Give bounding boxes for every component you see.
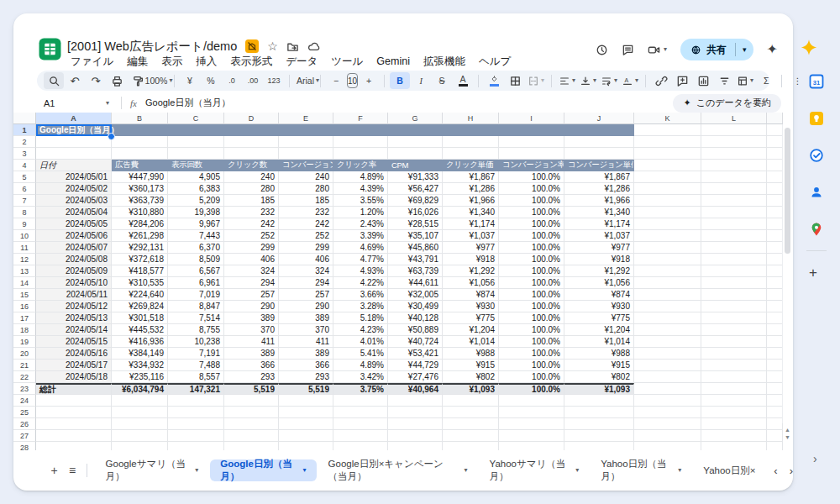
cell-r14c10[interactable] [634,277,701,289]
cell-r21c7[interactable]: ¥915 [443,360,499,371]
cell-r12c11[interactable] [701,254,767,265]
cell-r13c11[interactable] [701,265,767,277]
version-history-icon[interactable] [596,44,608,56]
increase-font-size-button[interactable]: + [359,72,379,89]
row-header-5[interactable]: 5 [13,171,36,183]
cell-r4c7[interactable]: クリック単価 [443,160,499,171]
vertical-scroll-thumb[interactable] [785,128,790,254]
cell-r10c5[interactable]: 3.39% [333,230,388,242]
row-header-20[interactable]: 20 [13,348,36,360]
cell-r15c3[interactable]: 257 [224,289,279,301]
cell-r14c0[interactable]: 2024/05/10 [36,277,112,289]
cell-r22c11[interactable] [701,371,767,383]
cell-r24c9[interactable] [564,395,634,407]
cell-r8c10[interactable] [634,207,701,218]
row-header-9[interactable]: 9 [13,218,36,230]
cell-r1c7[interactable] [443,124,499,136]
column-header-E[interactable]: E [279,113,333,124]
cell-r6c6[interactable]: ¥56,427 [388,183,443,195]
cell-r10c8[interactable]: 100.0% [499,230,564,242]
cell-r11c4[interactable]: 299 [279,242,333,254]
cell-r3c8[interactable] [499,148,564,160]
cell-r26c8[interactable] [499,418,564,430]
cell-r2c9[interactable] [564,136,634,148]
share-caret-icon[interactable]: ▾ [735,43,753,56]
cell-r7c7[interactable]: ¥1,966 [443,195,499,207]
cell-r28c11[interactable] [701,442,767,450]
merge-cells-button[interactable]: ▾ [526,72,546,89]
cell-r15c5[interactable]: 3.66% [333,289,388,301]
cell-r14c7[interactable]: ¥1,056 [443,277,499,289]
cell-r16c6[interactable]: ¥30,499 [388,301,443,312]
move-folder-icon[interactable] [286,40,299,53]
cell-r14c8[interactable]: 100.0% [499,277,564,289]
cell-r9c0[interactable]: 2024/05/05 [36,218,112,230]
cell-r19c6[interactable]: ¥40,724 [388,336,443,348]
cell-r9c2[interactable]: 9,967 [168,218,224,230]
cell-r26c12[interactable] [767,418,783,430]
cell-r15c6[interactable]: ¥32,005 [388,289,443,301]
cell-r16c12[interactable] [767,301,783,312]
cell-r15c12[interactable] [767,289,783,301]
cell-r15c7[interactable]: ¥874 [443,289,499,301]
tasks-icon[interactable] [809,148,824,163]
cell-r13c6[interactable]: ¥63,739 [388,265,443,277]
cell-r27c6[interactable] [388,430,443,442]
cell-r4c10[interactable] [634,160,701,171]
menu-item-5[interactable]: データ [279,55,324,69]
cell-r10c2[interactable]: 7,443 [168,230,224,242]
cell-r27c9[interactable] [564,430,634,442]
create-filter-button[interactable] [714,72,734,89]
calendar-icon[interactable]: 31 [809,74,824,89]
cell-r16c2[interactable]: 8,847 [168,301,224,312]
cell-r16c7[interactable]: ¥930 [443,301,499,312]
cell-r1c10[interactable] [634,124,701,136]
cell-r6c10[interactable] [634,183,701,195]
cell-r13c0[interactable]: 2024/05/09 [36,265,112,277]
cell-r4c6[interactable]: CPM [388,160,443,171]
cell-r17c5[interactable]: 5.18% [333,312,388,324]
cell-r15c4[interactable]: 257 [279,289,333,301]
sheet-tab-3[interactable]: Yahooサマリ（当月）▾ [480,459,590,481]
cell-r15c9[interactable]: ¥874 [564,289,634,301]
cell-r16c0[interactable]: 2024/05/12 [36,301,112,312]
add-sheet-button[interactable]: + [45,460,63,480]
cell-r26c7[interactable] [443,418,499,430]
cell-r10c4[interactable]: 252 [279,230,333,242]
cell-r4c2[interactable]: 表示回数 [168,160,224,171]
cell-r19c7[interactable]: ¥1,014 [443,336,499,348]
cell-r23c6[interactable]: ¥40,964 [388,383,443,395]
cell-r13c5[interactable]: 4.93% [333,265,388,277]
cell-r20c10[interactable] [634,348,701,360]
row-header-23[interactable]: 23 [13,383,36,395]
cell-r20c4[interactable]: 389 [279,348,333,360]
cell-r1c0[interactable]: Google日別（当月） [36,124,112,136]
cell-r4c5[interactable]: クリック率 [333,160,388,171]
cell-r9c10[interactable] [634,218,701,230]
cell-r14c3[interactable]: 294 [224,277,279,289]
cell-r24c6[interactable] [388,395,443,407]
cell-r21c5[interactable]: 4.89% [333,360,388,371]
cell-r3c3[interactable] [224,148,279,160]
row-header-15[interactable]: 15 [13,289,36,301]
cell-r21c9[interactable]: ¥915 [564,360,634,371]
cell-r9c3[interactable]: 242 [224,218,279,230]
shared-label-badge-icon[interactable] [245,39,259,53]
font-size-input[interactable]: 10 [347,73,358,88]
cell-r5c6[interactable]: ¥91,333 [388,171,443,183]
cell-r1c4[interactable] [279,124,333,136]
cell-r21c11[interactable] [701,360,767,371]
cell-r17c3[interactable]: 389 [224,312,279,324]
show-side-panel-icon[interactable]: › [813,452,817,465]
cell-r25c10[interactable] [634,407,701,418]
cell-r22c7[interactable]: ¥802 [443,371,499,383]
cell-r24c0[interactable] [36,395,112,407]
sheet-tab-menu-icon[interactable]: ▾ [465,467,468,474]
cell-r24c5[interactable] [333,395,388,407]
cell-r6c1[interactable]: ¥360,173 [112,183,168,195]
cell-r17c4[interactable]: 389 [279,312,333,324]
row-header-26[interactable]: 26 [13,418,36,430]
column-header-K[interactable]: K [634,113,701,124]
cell-r20c5[interactable]: 5.41% [333,348,388,360]
cell-r27c12[interactable] [767,430,783,442]
